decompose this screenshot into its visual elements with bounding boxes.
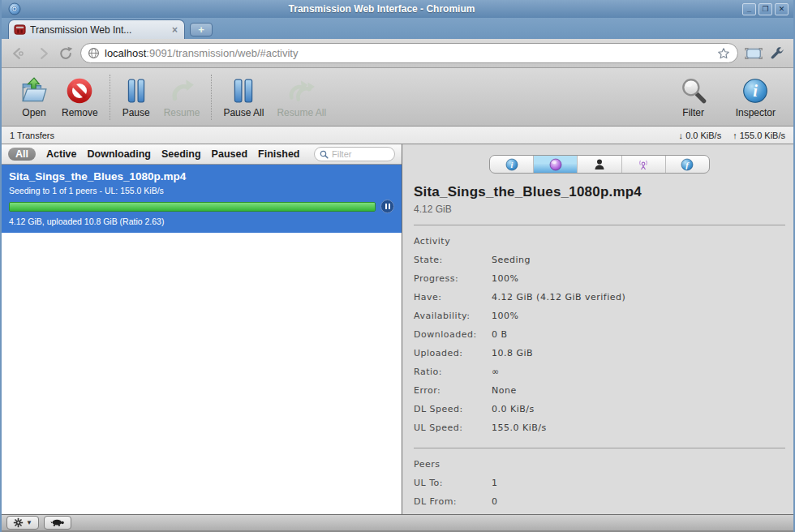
- detail-label: Uploaded:: [414, 348, 492, 358]
- files-icon: f: [681, 158, 694, 171]
- detail-row: Ratio: ∞: [414, 367, 785, 377]
- transfer-count-bar: 1 Transfers ↓ 0.0 KiB/s ↑ 155.0 KiB/s: [2, 127, 793, 144]
- settings-menu-button[interactable]: ▼: [6, 516, 39, 530]
- back-icon[interactable]: [10, 45, 28, 62]
- detail-value: 0 B: [492, 329, 508, 340]
- resume-all-icon: [286, 76, 318, 105]
- resume-icon: [167, 76, 196, 105]
- torrent-list[interactable]: Sita_Sings_the_Blues_1080p.mp4 Seeding t…: [2, 165, 402, 514]
- detail-label: DL From:: [414, 496, 492, 507]
- chromium-icon: [8, 2, 21, 15]
- pause-icon: [122, 76, 151, 105]
- detail-label: UL Speed:: [414, 423, 492, 433]
- detail-row: DL From: 0: [414, 496, 785, 507]
- filter-tab-finished[interactable]: Finished: [258, 148, 299, 160]
- browser-tab[interactable]: Transmission Web Int... ×: [8, 19, 185, 39]
- transmission-favicon: [14, 24, 26, 36]
- down-arrow-icon: ↓: [679, 131, 684, 140]
- reload-icon[interactable]: [57, 45, 75, 62]
- detail-label: Availability:: [414, 311, 492, 321]
- resume-all-button[interactable]: Resume All: [270, 75, 333, 120]
- detail-value: 0: [492, 496, 498, 507]
- url-text[interactable]: localhost:9091/transmission/web/#activit…: [105, 47, 711, 59]
- detail-label: Error:: [414, 385, 492, 396]
- maximize-button[interactable]: ❐: [758, 3, 772, 15]
- detail-row: State: Seeding: [414, 255, 785, 265]
- divider: [414, 225, 785, 225]
- info-icon: i: [505, 158, 518, 171]
- resume-button[interactable]: Resume: [157, 75, 207, 120]
- selection-capture-icon[interactable]: [744, 45, 762, 62]
- detail-row: Downloaded: 0 B: [414, 329, 785, 340]
- detail-value: 100%: [492, 273, 518, 284]
- filter-button[interactable]: Filter: [673, 75, 715, 120]
- detail-value: ∞: [492, 367, 500, 377]
- open-folder-icon: [19, 76, 49, 105]
- pause-label: Pause: [122, 107, 150, 118]
- filter-label: Filter: [682, 107, 704, 118]
- inspector-button[interactable]: i Inspector: [729, 75, 782, 120]
- remove-button[interactable]: Remove: [55, 75, 105, 120]
- turtle-speed-button[interactable]: [44, 516, 71, 530]
- detail-value: Seeding: [492, 255, 531, 265]
- detail-value: 0.0 KiB/s: [492, 404, 535, 414]
- bookmark-star-icon[interactable]: [716, 46, 731, 61]
- new-tab-button[interactable]: +: [190, 23, 213, 36]
- url-bar[interactable]: localhost:9091/transmission/web/#activit…: [80, 43, 738, 63]
- detail-row: Uploaded: 10.8 GiB: [414, 348, 785, 358]
- footer-bar: ▼: [2, 514, 793, 532]
- filter-tab-paused[interactable]: Paused: [212, 148, 247, 160]
- detail-row: UL Speed: 155.0 KiB/s: [414, 423, 785, 433]
- turtle-icon: [50, 518, 65, 527]
- filter-tab-downloading[interactable]: Downloading: [88, 148, 151, 160]
- toolbar-separator: [211, 75, 212, 120]
- inspector-tab-peers[interactable]: [577, 156, 621, 173]
- torrent-row[interactable]: Sita_Sings_the_Blues_1080p.mp4 Seeding t…: [2, 165, 402, 233]
- browser-navbar: localhost:9091/transmission/web/#activit…: [2, 39, 793, 68]
- divider: [414, 448, 785, 448]
- activity-heading: Activity: [414, 236, 785, 247]
- browser-window: Transmission Web Interface - Chromium _ …: [0, 0, 795, 532]
- remove-label: Remove: [62, 107, 98, 118]
- inspector-title: Sita_Sings_the_Blues_1080p.mp4: [414, 184, 785, 200]
- filter-search-input[interactable]: [332, 149, 384, 159]
- open-label: Open: [22, 107, 45, 118]
- inspector-tab-info[interactable]: i: [490, 156, 533, 173]
- torrent-list-panel: All Active Downloading Seeding Paused Fi…: [2, 144, 402, 514]
- inspector-tab-files[interactable]: f: [665, 156, 709, 173]
- url-host: localhost: [105, 47, 146, 59]
- torrent-pause-button[interactable]: [380, 200, 394, 213]
- filter-tab-seeding[interactable]: Seeding: [161, 148, 201, 160]
- upload-speed: ↑ 155.0 KiB/s: [733, 131, 785, 140]
- detail-value: 4.12 GiB (4.12 GiB verified): [492, 292, 625, 302]
- inspector-size: 4.12 GiB: [414, 204, 785, 215]
- inspector-tab-bar: i: [489, 155, 710, 174]
- inspector-tab-trackers[interactable]: [621, 156, 665, 173]
- forward-icon[interactable]: [33, 45, 51, 62]
- detail-value: None: [492, 385, 517, 396]
- magnifier-icon: [679, 76, 708, 105]
- filter-bar: All Active Downloading Seeding Paused Fi…: [2, 144, 402, 165]
- detail-label: Ratio:: [414, 367, 492, 377]
- open-button[interactable]: Open: [13, 75, 55, 120]
- detail-row: Have: 4.12 GiB (4.12 GiB verified): [414, 292, 785, 302]
- window-titlebar[interactable]: Transmission Web Interface - Chromium _ …: [2, 0, 793, 18]
- inspector-tab-activity[interactable]: [533, 156, 577, 173]
- resume-all-label: Resume All: [277, 107, 326, 118]
- detail-label: UL To:: [414, 478, 492, 488]
- pause-button[interactable]: Pause: [115, 75, 157, 120]
- pause-all-button[interactable]: Pause All: [217, 75, 270, 120]
- filter-search-box[interactable]: [314, 147, 395, 161]
- main-content: All Active Downloading Seeding Paused Fi…: [2, 144, 793, 514]
- minimize-button[interactable]: _: [742, 3, 756, 15]
- wrench-menu-icon[interactable]: [767, 45, 785, 62]
- remove-icon: [65, 76, 94, 105]
- torrent-progress-bar: [9, 202, 376, 212]
- tab-close-icon[interactable]: ×: [170, 24, 179, 36]
- filter-tab-all[interactable]: All: [8, 148, 36, 161]
- peers-icon: [593, 158, 606, 171]
- filter-tab-active[interactable]: Active: [46, 148, 77, 160]
- detail-value: 10.8 GiB: [492, 348, 533, 358]
- detail-row: Availability: 100%: [414, 311, 785, 321]
- close-button[interactable]: ✕: [775, 3, 789, 15]
